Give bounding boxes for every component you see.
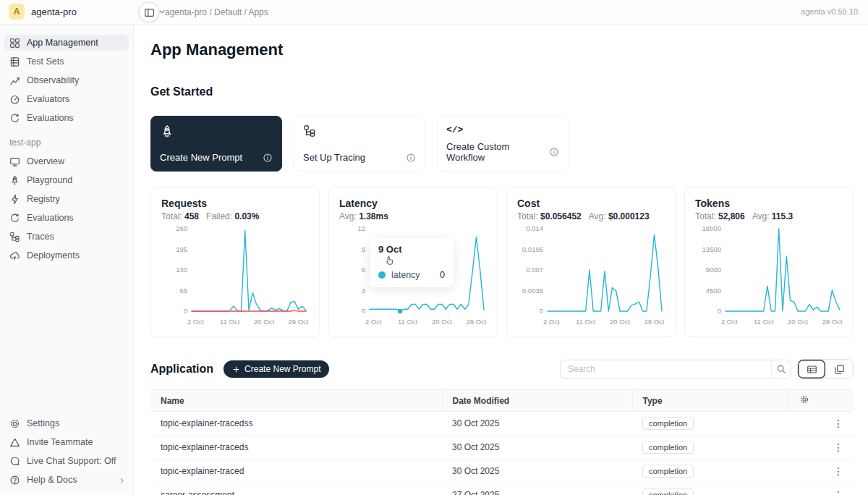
chart-plot[interactable]: 0651301952602 Oct11 Oct20 Oct29 Oct [161, 223, 310, 331]
create-new-prompt-button[interactable]: Create New Prompt [224, 360, 329, 378]
svg-text:29 Oct: 29 Oct [822, 318, 842, 326]
create-custom-workflow-card[interactable]: </> Create Custom Workflow [437, 116, 569, 172]
sidebar-item-label: Invite Teammate [27, 437, 93, 447]
svg-text:12: 12 [357, 224, 365, 232]
column-header-name[interactable]: Name [150, 390, 442, 412]
applications-table: Name Date Modified Type topic-explainer-… [150, 389, 854, 495]
info-icon[interactable] [406, 153, 416, 163]
app-name-cell[interactable]: topic-explainer-traceds [150, 436, 442, 460]
svg-text:9: 9 [362, 245, 365, 253]
sidebar-item-registry[interactable]: Registry [4, 191, 129, 207]
sidebar-item-label: Deployments [27, 250, 80, 261]
main-content: App Management Get Started Create New Pr… [134, 25, 868, 495]
table-row[interactable]: career-assessment27 Oct 2025completion⋮ [150, 483, 854, 495]
row-menu-icon[interactable]: ⋮ [788, 460, 854, 483]
sidebar-footer-item-help-docs[interactable]: Help & Docs› [4, 472, 129, 488]
info-icon[interactable] [549, 147, 559, 157]
chart-plot[interactable]: 00.00350.0070.01050.0142 Oct11 Oct20 Oct… [517, 223, 666, 331]
triangle-icon [9, 437, 20, 448]
svg-text:29 Oct: 29 Oct [644, 318, 664, 326]
sidebar-item-traces[interactable]: Traces [4, 229, 129, 245]
sidebar-footer-item-live-chat-support-off[interactable]: Live Chat Support: Off [4, 453, 129, 469]
card-view-button[interactable] [825, 360, 853, 378]
create-new-prompt-card[interactable]: Create New Prompt [150, 116, 282, 172]
chart-stats: Total: 52,806Avg: 115.3 [695, 211, 843, 221]
top-bar: A agenta-pro agenta-pro / Default / Apps… [0, 0, 868, 25]
type-badge: completion [642, 488, 694, 495]
cloud-icon [9, 250, 20, 261]
svg-text:130: 130 [176, 266, 187, 274]
sidebar-footer-item-invite-teammate[interactable]: Invite Teammate [4, 434, 129, 450]
svg-text:195: 195 [176, 245, 187, 253]
type-badge: completion [642, 465, 694, 478]
sidebar-item-playground[interactable]: Playground [4, 172, 129, 188]
sidebar-item-label: Live Chat Support: Off [27, 456, 116, 466]
table-settings-gear-icon[interactable] [799, 394, 809, 405]
info-icon[interactable] [263, 153, 273, 163]
svg-text:0: 0 [362, 307, 365, 315]
app-name-cell[interactable]: topic-explainer-traced [150, 460, 442, 483]
metric-card-latency: LatencyAvg: 1.38ms0369122 Oct11 Oct20 Oc… [328, 187, 498, 337]
tooltip-series-row: latency0 [378, 270, 445, 280]
column-header-date-modified[interactable]: Date Modified [442, 390, 632, 412]
breadcrumb[interactable]: agenta-pro / Default / Apps [165, 7, 268, 17]
sidebar-item-observability[interactable]: Observability [4, 72, 129, 88]
sidebar-collapse-button[interactable] [138, 1, 160, 23]
svg-text:0: 0 [540, 307, 543, 315]
set-up-tracing-card[interactable]: Set Up Tracing [294, 116, 425, 172]
date-modified-cell: 30 Oct 2025 [442, 412, 632, 436]
svg-text:0.0035: 0.0035 [522, 287, 543, 295]
rocket-icon [9, 175, 20, 186]
workspace-name: agenta-pro [31, 7, 77, 17]
help-icon [9, 475, 20, 486]
sidebar-item-test-sets[interactable]: Test Sets [4, 54, 129, 69]
tooltip-date: 9 Oct [378, 244, 445, 255]
row-menu-icon[interactable]: ⋮ [788, 436, 854, 460]
chevron-right-icon: › [120, 475, 124, 485]
column-header-type[interactable]: Type [632, 390, 788, 412]
svg-text:0.007: 0.007 [526, 266, 543, 274]
app-name-cell[interactable]: topic-explainer-tracedss [150, 412, 442, 436]
sidebar-footer-item-settings[interactable]: Settings [4, 415, 129, 431]
chart-stats: Avg: 1.38ms [339, 211, 487, 221]
view-toggle [797, 359, 854, 379]
chart-plot[interactable]: 04500900013500180002 Oct11 Oct20 Oct29 O… [695, 223, 844, 331]
sidebar-item-deployments[interactable]: Deployments [4, 248, 129, 263]
table-view-button[interactable] [798, 360, 825, 378]
date-modified-cell: 27 Oct 2025 [442, 483, 632, 495]
svg-text:20 Oct: 20 Oct [432, 318, 452, 326]
gear-icon [9, 418, 20, 429]
search-icon[interactable] [771, 360, 790, 378]
app-name-cell[interactable]: career-assessment [150, 483, 442, 495]
hand-cursor-icon [384, 255, 395, 266]
application-heading: Application [150, 363, 213, 376]
metric-charts-row: RequestsTotal: 458Failed: 0.03%065130195… [150, 187, 854, 337]
sidebar-item-evaluations[interactable]: Evaluations [4, 110, 129, 126]
sidebar-item-app-management[interactable]: App Management [4, 35, 129, 51]
table-row[interactable]: topic-explainer-traceds30 Oct 2025comple… [150, 436, 854, 460]
metric-card-cost: CostTotal: $0.056452Avg: $0.00012300.003… [506, 187, 676, 337]
date-modified-cell: 30 Oct 2025 [442, 436, 632, 460]
chart-title: Tokens [695, 198, 843, 209]
svg-text:2 Oct: 2 Oct [365, 318, 382, 326]
page-title: App Management [150, 41, 854, 59]
svg-text:2 Oct: 2 Oct [543, 318, 560, 326]
svg-text:29 Oct: 29 Oct [466, 318, 486, 326]
table-row[interactable]: topic-explainer-tracedss30 Oct 2025compl… [150, 412, 854, 436]
sidebar-item-label: Help & Docs [27, 475, 77, 485]
table-row[interactable]: topic-explainer-traced30 Oct 2025complet… [150, 460, 854, 483]
svg-text:6: 6 [362, 266, 365, 274]
sidebar-item-overview[interactable]: Overview [4, 153, 129, 169]
sidebar-item-evaluations[interactable]: Evaluations [4, 210, 129, 226]
tracing-tree-icon [303, 124, 316, 138]
svg-text:20 Oct: 20 Oct [610, 318, 630, 326]
metric-card-tokens: TokensTotal: 52,806Avg: 115.304500900013… [684, 187, 854, 337]
row-menu-icon[interactable]: ⋮ [788, 483, 854, 495]
tooltip-series-value: 0 [440, 270, 445, 280]
svg-text:2 Oct: 2 Oct [187, 318, 204, 326]
get-started-heading: Get Started [150, 85, 854, 98]
bolt-icon [9, 194, 20, 205]
sidebar-item-evaluators[interactable]: Evaluators [4, 91, 129, 107]
row-menu-icon[interactable]: ⋮ [788, 412, 854, 436]
search-input[interactable] [560, 360, 791, 378]
